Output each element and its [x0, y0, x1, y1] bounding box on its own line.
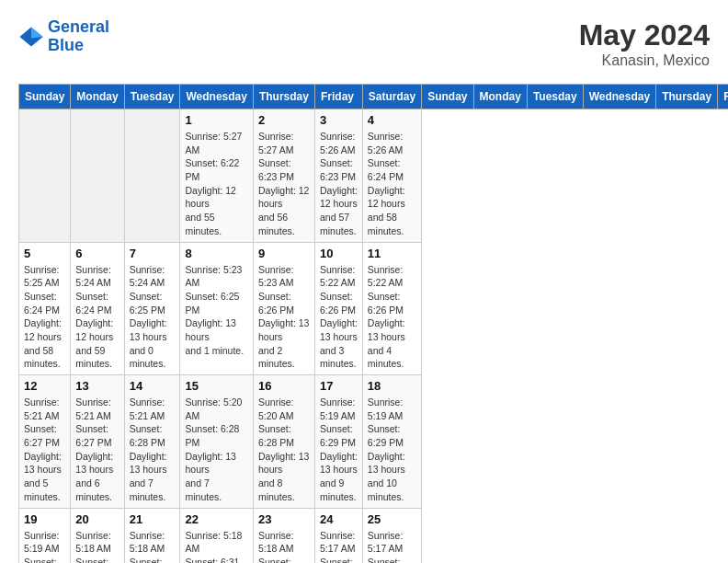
day-info: Sunrise: 5:19 AMSunset: 6:30 PMDaylight:…	[24, 529, 65, 564]
calendar-cell: 9Sunrise: 5:23 AMSunset: 6:26 PMDaylight…	[253, 242, 314, 375]
day-number: 4	[368, 113, 416, 127]
day-number: 23	[258, 512, 310, 526]
day-info: Sunrise: 5:24 AMSunset: 6:25 PMDaylight:…	[130, 263, 176, 372]
day-number: 12	[24, 379, 65, 393]
day-number: 2	[258, 113, 310, 127]
day-info: Sunrise: 5:17 AMSunset: 6:32 PMDaylight:…	[368, 529, 416, 564]
day-info: Sunrise: 5:23 AMSunset: 6:25 PMDaylight:…	[185, 263, 247, 358]
col-header-wednesday: Wednesday	[583, 85, 655, 109]
calendar-cell: 24Sunrise: 5:17 AMSunset: 6:32 PMDayligh…	[314, 508, 362, 563]
day-info: Sunrise: 5:19 AMSunset: 6:29 PMDaylight:…	[368, 396, 416, 504]
day-info: Sunrise: 5:27 AMSunset: 6:23 PMDaylight:…	[258, 130, 310, 238]
calendar-cell	[124, 109, 180, 243]
calendar-week-row: 19Sunrise: 5:19 AMSunset: 6:30 PMDayligh…	[19, 508, 729, 563]
day-number: 16	[258, 379, 310, 393]
calendar-cell: 21Sunrise: 5:18 AMSunset: 6:31 PMDayligh…	[124, 508, 180, 563]
col-header-monday: Monday	[473, 85, 527, 109]
day-info: Sunrise: 5:18 AMSunset: 6:31 PMDaylight:…	[258, 529, 310, 564]
day-number: 11	[368, 247, 416, 260]
header-saturday: Saturday	[362, 85, 421, 109]
day-number: 14	[130, 379, 176, 393]
calendar-cell: 2Sunrise: 5:27 AMSunset: 6:23 PMDaylight…	[253, 109, 314, 243]
day-number: 22	[185, 512, 247, 526]
svg-marker-1	[31, 27, 43, 38]
day-number: 7	[130, 247, 176, 260]
calendar-cell: 22Sunrise: 5:18 AMSunset: 6:31 PMDayligh…	[180, 508, 253, 563]
calendar-cell	[19, 109, 71, 243]
day-number: 9	[258, 247, 310, 260]
calendar-cell: 17Sunrise: 5:19 AMSunset: 6:29 PMDayligh…	[314, 375, 362, 509]
calendar-cell: 15Sunrise: 5:20 AMSunset: 6:28 PMDayligh…	[180, 375, 253, 509]
calendar-cell: 4Sunrise: 5:26 AMSunset: 6:24 PMDaylight…	[362, 109, 421, 243]
day-info: Sunrise: 5:21 AMSunset: 6:27 PMDaylight:…	[24, 396, 65, 504]
day-number: 6	[75, 247, 119, 260]
title-block: May 2024 Kanasin, Mexico	[579, 18, 710, 69]
day-number: 18	[368, 379, 416, 393]
day-info: Sunrise: 5:25 AMSunset: 6:24 PMDaylight:…	[24, 263, 65, 372]
day-number: 8	[185, 247, 247, 260]
header-wednesday: Wednesday	[180, 85, 253, 109]
day-info: Sunrise: 5:19 AMSunset: 6:29 PMDaylight:…	[320, 396, 358, 504]
calendar-cell: 23Sunrise: 5:18 AMSunset: 6:31 PMDayligh…	[253, 508, 314, 563]
day-info: Sunrise: 5:18 AMSunset: 6:30 PMDaylight:…	[75, 529, 119, 564]
day-info: Sunrise: 5:18 AMSunset: 6:31 PMDaylight:…	[185, 529, 247, 564]
day-number: 21	[130, 512, 176, 526]
col-header-tuesday: Tuesday	[527, 85, 583, 109]
day-info: Sunrise: 5:26 AMSunset: 6:24 PMDaylight:…	[368, 130, 416, 238]
day-info: Sunrise: 5:17 AMSunset: 6:32 PMDaylight:…	[320, 529, 358, 564]
day-number: 19	[24, 512, 65, 526]
calendar-cell: 1Sunrise: 5:27 AMSunset: 6:22 PMDaylight…	[180, 109, 253, 243]
page-header: General Blue May 2024 Kanasin, Mexico	[18, 18, 710, 69]
calendar-cell: 10Sunrise: 5:22 AMSunset: 6:26 PMDayligh…	[314, 242, 362, 375]
calendar-cell: 25Sunrise: 5:17 AMSunset: 6:32 PMDayligh…	[362, 508, 421, 563]
day-number: 3	[320, 113, 358, 127]
col-header-friday: Friday	[718, 85, 728, 109]
calendar-cell: 14Sunrise: 5:21 AMSunset: 6:28 PMDayligh…	[124, 375, 180, 509]
calendar-cell: 11Sunrise: 5:22 AMSunset: 6:26 PMDayligh…	[362, 242, 421, 375]
calendar-cell: 20Sunrise: 5:18 AMSunset: 6:30 PMDayligh…	[71, 508, 124, 563]
day-info: Sunrise: 5:20 AMSunset: 6:28 PMDaylight:…	[258, 396, 310, 504]
header-monday: Monday	[71, 85, 124, 109]
day-number: 10	[320, 247, 358, 260]
day-info: Sunrise: 5:27 AMSunset: 6:22 PMDaylight:…	[185, 130, 247, 238]
logo-line1: General	[48, 17, 109, 36]
logo: General Blue	[18, 18, 109, 55]
day-number: 20	[75, 512, 119, 526]
day-info: Sunrise: 5:26 AMSunset: 6:23 PMDaylight:…	[320, 130, 358, 238]
header-thursday: Thursday	[253, 85, 314, 109]
header-sunday: Sunday	[19, 85, 71, 109]
month-title: May 2024	[579, 18, 710, 52]
calendar-cell: 13Sunrise: 5:21 AMSunset: 6:27 PMDayligh…	[71, 375, 124, 509]
day-number: 5	[24, 247, 65, 260]
calendar-cell	[71, 109, 124, 243]
location-title: Kanasin, Mexico	[579, 52, 710, 69]
day-info: Sunrise: 5:22 AMSunset: 6:26 PMDaylight:…	[368, 263, 416, 372]
calendar-cell: 19Sunrise: 5:19 AMSunset: 6:30 PMDayligh…	[19, 508, 71, 563]
calendar-cell: 8Sunrise: 5:23 AMSunset: 6:25 PMDaylight…	[180, 242, 253, 375]
col-header-sunday: Sunday	[422, 85, 473, 109]
calendar-cell: 16Sunrise: 5:20 AMSunset: 6:28 PMDayligh…	[253, 375, 314, 509]
calendar-cell: 7Sunrise: 5:24 AMSunset: 6:25 PMDaylight…	[124, 242, 180, 375]
day-info: Sunrise: 5:20 AMSunset: 6:28 PMDaylight:…	[185, 396, 247, 504]
calendar-week-row: 5Sunrise: 5:25 AMSunset: 6:24 PMDaylight…	[19, 242, 729, 375]
calendar-cell: 5Sunrise: 5:25 AMSunset: 6:24 PMDaylight…	[19, 242, 71, 375]
calendar-cell: 6Sunrise: 5:24 AMSunset: 6:24 PMDaylight…	[71, 242, 124, 375]
day-number: 15	[185, 379, 247, 393]
calendar-cell: 12Sunrise: 5:21 AMSunset: 6:27 PMDayligh…	[19, 375, 71, 509]
day-number: 25	[368, 512, 416, 526]
day-info: Sunrise: 5:22 AMSunset: 6:26 PMDaylight:…	[320, 263, 358, 372]
calendar-week-row: 12Sunrise: 5:21 AMSunset: 6:27 PMDayligh…	[19, 375, 729, 509]
calendar-cell: 3Sunrise: 5:26 AMSunset: 6:23 PMDaylight…	[314, 109, 362, 243]
day-info: Sunrise: 5:21 AMSunset: 6:28 PMDaylight:…	[130, 396, 176, 504]
header-tuesday: Tuesday	[124, 85, 180, 109]
header-friday: Friday	[314, 85, 362, 109]
calendar-header-row: SundayMondayTuesdayWednesdayThursdayFrid…	[19, 85, 729, 109]
day-number: 13	[75, 379, 119, 393]
day-number: 17	[320, 379, 358, 393]
day-info: Sunrise: 5:18 AMSunset: 6:31 PMDaylight:…	[130, 529, 176, 564]
calendar-week-row: 1Sunrise: 5:27 AMSunset: 6:22 PMDaylight…	[19, 109, 729, 243]
day-info: Sunrise: 5:23 AMSunset: 6:26 PMDaylight:…	[258, 263, 310, 372]
col-header-thursday: Thursday	[656, 85, 718, 109]
calendar-table: SundayMondayTuesdayWednesdayThursdayFrid…	[18, 84, 728, 563]
day-number: 1	[185, 113, 247, 127]
